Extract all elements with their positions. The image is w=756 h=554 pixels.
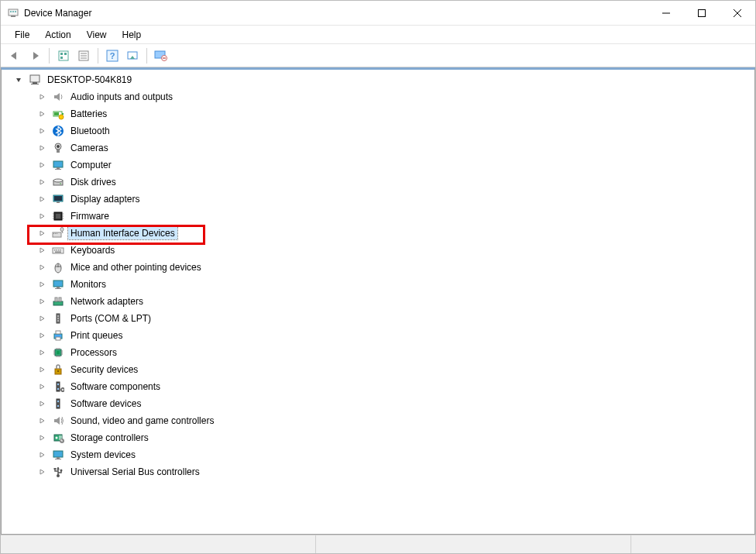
tree-item-softcomp[interactable]: Software components [5,378,751,395]
uninstall-button[interactable] [152,46,170,65]
device-tree[interactable]: DESKTOP-504K819Audio inputs and outputsB… [2,70,754,482]
help-button[interactable]: ? [103,46,122,65]
scan-hardware-button[interactable] [123,46,142,65]
expand-icon[interactable] [37,450,46,459]
expand-icon[interactable] [37,382,46,391]
tree-item-label: Print queues [68,329,125,342]
sound-icon [51,414,65,428]
tree-item-storage[interactable]: Storage controllers [5,429,751,446]
tree-item-keyboard[interactable]: Keyboards [5,242,751,259]
svg-point-101 [57,405,59,407]
tree-item-bluetooth[interactable]: Bluetooth [5,122,751,139]
back-button[interactable] [5,46,24,65]
tree-item-usb[interactable]: Universal Serial Bus controllers [5,463,751,480]
close-button[interactable] [720,2,755,25]
properties-button[interactable] [74,46,93,65]
svg-rect-24 [33,82,37,84]
svg-point-74 [57,320,59,322]
bluetooth-icon [51,124,65,138]
expand-icon[interactable] [37,126,46,136]
expand-icon[interactable] [37,177,46,187]
tree-item-firmware[interactable]: Firmware [5,208,751,225]
expand-icon[interactable] [37,297,46,306]
menu-view[interactable]: View [79,27,115,43]
expand-icon[interactable] [37,348,46,357]
collapse-icon[interactable] [14,75,23,84]
statusbar-segment [1,535,316,554]
svg-rect-51 [53,232,61,237]
toolbar-separator [146,48,147,64]
svg-rect-6 [699,9,706,16]
titlebar: Device Manager [1,1,755,26]
tree-root[interactable]: DESKTOP-504K819 [5,71,751,88]
expand-icon[interactable] [37,109,46,119]
expand-icon[interactable] [37,143,46,153]
show-hidden-button[interactable] [54,46,73,65]
svg-rect-12 [60,57,63,59]
expand-icon[interactable] [37,467,46,477]
tree-item-label: Ports (COM & LPT) [68,312,153,325]
svg-rect-52 [53,233,54,234]
expand-icon[interactable] [37,314,46,323]
expand-icon[interactable] [37,399,46,408]
svg-point-73 [57,318,59,319]
expand-icon[interactable] [37,246,46,255]
svg-rect-42 [57,201,60,203]
tree-item-label: Firmware [68,210,112,222]
svg-point-4 [15,11,16,12]
svg-rect-79 [57,351,60,354]
menu-help[interactable]: Help [115,27,149,43]
tree-item-camera[interactable]: Cameras [5,139,751,157]
softcomp-icon [51,380,65,394]
svg-rect-70 [59,298,61,301]
tree-item-battery[interactable]: Batteries [5,105,751,122]
tree-item-printer[interactable]: Print queues [5,327,751,344]
processor-icon [51,346,65,360]
tree-item-label: Monitors [68,278,108,291]
tree-item-softdev[interactable]: Software devices [5,395,751,412]
tree-item-label: Computer [68,159,114,171]
tree-item-disk[interactable]: Disk drives [5,174,751,191]
network-icon [51,294,65,308]
expand-icon[interactable] [37,229,46,238]
tree-item-system[interactable]: System devices [5,446,751,463]
expand-icon[interactable] [37,433,46,442]
svg-point-93 [57,370,59,372]
tree-item-security[interactable]: Security devices [5,361,751,378]
expand-icon[interactable] [37,92,46,102]
expand-icon[interactable] [37,280,46,289]
tree-item-label: Storage controllers [68,432,151,444]
tree-item-label: Network adapters [68,295,146,308]
expand-icon[interactable] [37,194,46,204]
expand-icon[interactable] [37,365,46,374]
menu-action[interactable]: Action [37,27,78,43]
maximize-button[interactable] [684,2,720,25]
forward-button[interactable] [26,46,44,65]
svg-rect-77 [56,337,60,340]
svg-point-38 [53,179,63,182]
expand-icon[interactable] [37,160,46,170]
tree-item-hid[interactable]: Human Interface Devices [5,225,751,242]
expand-icon[interactable] [37,263,46,272]
tree-item-mouse[interactable]: Mice and other pointing devices [5,259,751,276]
tree-item-port[interactable]: Ports (COM & LPT) [5,310,751,327]
tree-item-sound[interactable]: Sound, video and game controllers [5,412,751,429]
expand-icon[interactable] [37,416,46,425]
tree-item-display[interactable]: Display adapters [5,191,751,208]
tree-item-network[interactable]: Network adapters [5,293,751,310]
expand-icon[interactable] [37,212,46,221]
system-icon [51,448,65,462]
tree-item-audio[interactable]: Audio inputs and outputs [5,88,751,105]
expand-icon[interactable] [37,331,46,340]
device-manager-icon [7,7,19,19]
svg-point-100 [57,401,59,402]
tree-item-monitor[interactable]: Monitors [5,276,751,293]
svg-rect-65 [53,280,63,287]
minimize-button[interactable] [648,2,684,25]
device-tree-container: DESKTOP-504K819Audio inputs and outputsB… [1,67,755,535]
menu-file[interactable]: File [7,27,37,43]
tree-item-monitor[interactable]: Computer [5,157,751,174]
tree-item-processor[interactable]: Processors [5,344,751,361]
svg-rect-1 [11,15,15,17]
svg-point-3 [12,11,14,12]
